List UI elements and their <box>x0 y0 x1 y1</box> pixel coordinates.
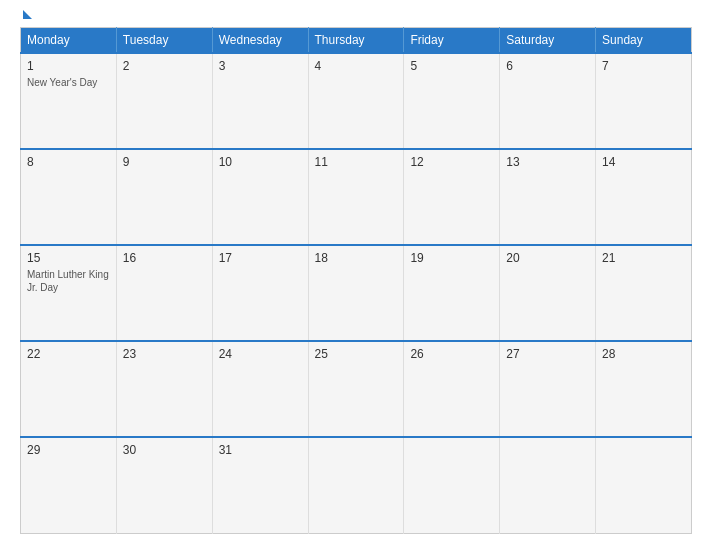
day-number: 7 <box>602 59 685 73</box>
calendar-cell: 30 <box>116 437 212 533</box>
calendar-table: MondayTuesdayWednesdayThursdayFridaySatu… <box>20 27 692 534</box>
calendar-cell: 16 <box>116 245 212 341</box>
day-number: 16 <box>123 251 206 265</box>
day-number: 31 <box>219 443 302 457</box>
day-number: 21 <box>602 251 685 265</box>
calendar-cell: 21 <box>596 245 692 341</box>
weekday-header-thursday: Thursday <box>308 28 404 54</box>
day-number: 30 <box>123 443 206 457</box>
day-number: 22 <box>27 347 110 361</box>
week-row-5: 293031 <box>21 437 692 533</box>
holiday-label: New Year's Day <box>27 76 110 89</box>
day-number: 13 <box>506 155 589 169</box>
calendar-cell: 5 <box>404 53 500 149</box>
day-number: 25 <box>315 347 398 361</box>
calendar-cell: 23 <box>116 341 212 437</box>
weekday-header-wednesday: Wednesday <box>212 28 308 54</box>
calendar-cell: 12 <box>404 149 500 245</box>
calendar-cell: 3 <box>212 53 308 149</box>
calendar-cell: 15Martin Luther King Jr. Day <box>21 245 117 341</box>
day-number: 29 <box>27 443 110 457</box>
day-number: 3 <box>219 59 302 73</box>
weekday-header-sunday: Sunday <box>596 28 692 54</box>
calendar-cell: 27 <box>500 341 596 437</box>
calendar-cell: 14 <box>596 149 692 245</box>
weekday-header-saturday: Saturday <box>500 28 596 54</box>
calendar-cell: 13 <box>500 149 596 245</box>
logo <box>20 16 32 19</box>
calendar-cell: 25 <box>308 341 404 437</box>
weekday-header-row: MondayTuesdayWednesdayThursdayFridaySatu… <box>21 28 692 54</box>
calendar-cell: 22 <box>21 341 117 437</box>
calendar-cell: 1New Year's Day <box>21 53 117 149</box>
day-number: 24 <box>219 347 302 361</box>
weekday-header-friday: Friday <box>404 28 500 54</box>
week-row-1: 1New Year's Day234567 <box>21 53 692 149</box>
weekday-header-monday: Monday <box>21 28 117 54</box>
weekday-header-tuesday: Tuesday <box>116 28 212 54</box>
week-row-3: 15Martin Luther King Jr. Day161718192021 <box>21 245 692 341</box>
calendar-cell: 8 <box>21 149 117 245</box>
day-number: 18 <box>315 251 398 265</box>
day-number: 28 <box>602 347 685 361</box>
calendar-cell: 6 <box>500 53 596 149</box>
week-row-2: 891011121314 <box>21 149 692 245</box>
day-number: 2 <box>123 59 206 73</box>
day-number: 8 <box>27 155 110 169</box>
day-number: 1 <box>27 59 110 73</box>
day-number: 10 <box>219 155 302 169</box>
day-number: 23 <box>123 347 206 361</box>
calendar-cell <box>596 437 692 533</box>
calendar-cell: 7 <box>596 53 692 149</box>
calendar-cell: 26 <box>404 341 500 437</box>
day-number: 5 <box>410 59 493 73</box>
calendar-cell: 29 <box>21 437 117 533</box>
calendar-header <box>20 16 692 19</box>
day-number: 26 <box>410 347 493 361</box>
day-number: 9 <box>123 155 206 169</box>
calendar-cell: 10 <box>212 149 308 245</box>
day-number: 14 <box>602 155 685 169</box>
calendar-cell: 19 <box>404 245 500 341</box>
calendar-cell <box>500 437 596 533</box>
calendar-cell: 4 <box>308 53 404 149</box>
week-row-4: 22232425262728 <box>21 341 692 437</box>
calendar-cell: 17 <box>212 245 308 341</box>
calendar-cell: 20 <box>500 245 596 341</box>
day-number: 4 <box>315 59 398 73</box>
day-number: 20 <box>506 251 589 265</box>
day-number: 19 <box>410 251 493 265</box>
calendar-cell <box>404 437 500 533</box>
day-number: 17 <box>219 251 302 265</box>
day-number: 12 <box>410 155 493 169</box>
calendar-cell: 11 <box>308 149 404 245</box>
calendar-page: MondayTuesdayWednesdayThursdayFridaySatu… <box>0 0 712 550</box>
calendar-cell: 24 <box>212 341 308 437</box>
holiday-label: Martin Luther King Jr. Day <box>27 268 110 294</box>
day-number: 6 <box>506 59 589 73</box>
day-number: 15 <box>27 251 110 265</box>
calendar-cell <box>308 437 404 533</box>
calendar-cell: 2 <box>116 53 212 149</box>
calendar-cell: 18 <box>308 245 404 341</box>
logo-triangle-icon <box>23 10 32 19</box>
calendar-cell: 28 <box>596 341 692 437</box>
calendar-cell: 9 <box>116 149 212 245</box>
day-number: 11 <box>315 155 398 169</box>
day-number: 27 <box>506 347 589 361</box>
calendar-cell: 31 <box>212 437 308 533</box>
